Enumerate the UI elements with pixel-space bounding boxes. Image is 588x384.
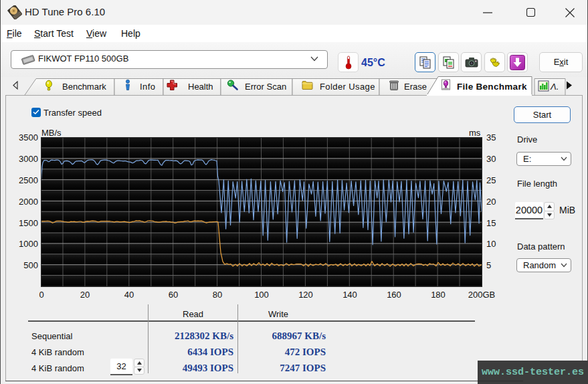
svg-text:Erase: Erase: [404, 82, 427, 92]
svg-text:Error Scan: Error Scan: [245, 82, 286, 92]
svg-text:Info: Info: [140, 82, 155, 92]
svg-text:Λ.: Λ.: [550, 82, 559, 92]
svg-text:Benchmark: Benchmark: [62, 82, 106, 92]
svg-text:File Benchmark: File Benchmark: [457, 82, 527, 92]
svg-text:Health: Health: [188, 82, 213, 92]
svg-text:Folder Usage: Folder Usage: [320, 82, 375, 92]
